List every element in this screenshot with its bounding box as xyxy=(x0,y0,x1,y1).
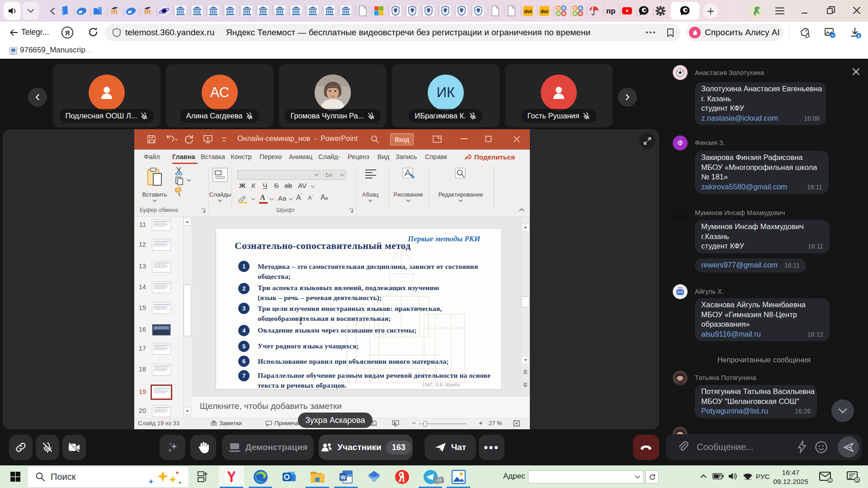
svg-text:3: 3 xyxy=(857,33,859,38)
svg-text:W: W xyxy=(340,474,346,480)
svg-text:пр: пр xyxy=(606,7,616,15)
svg-text:1: 1 xyxy=(829,479,831,483)
svg-text:doi: doi xyxy=(540,9,548,14)
svg-text:Я: Я xyxy=(65,29,70,37)
svg-text:3: 3 xyxy=(856,478,858,483)
svg-text:doi: doi xyxy=(524,9,532,14)
